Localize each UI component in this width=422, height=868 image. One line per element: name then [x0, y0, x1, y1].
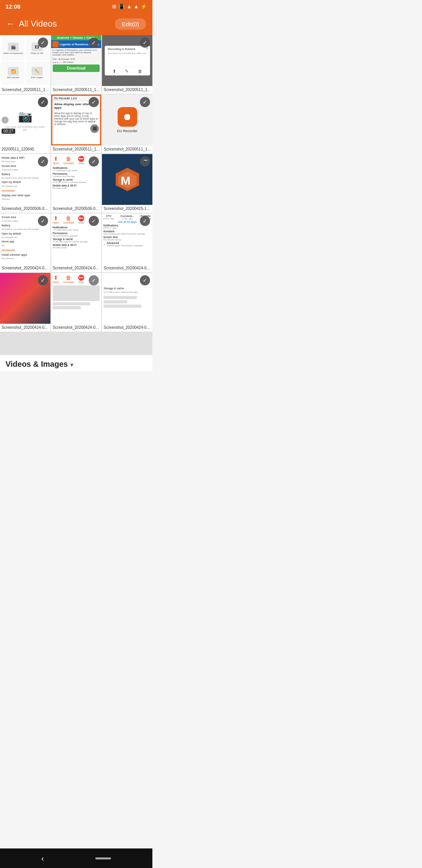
item-label: 20200511_120645: [0, 145, 50, 153]
placeholder-content: [53, 285, 100, 301]
du-recorder-label: DU Recorder: [117, 129, 138, 133]
item-label: Screenshot_20200424-0...: [51, 264, 102, 272]
thumbnail: ⬆ Open 🗑 Uninstall ⛔ Stop: [51, 273, 102, 324]
open-button-3[interactable]: ⬆ Open: [53, 274, 59, 283]
item-label: Screenshot_20200511_1...: [102, 86, 152, 94]
grid-item[interactable]: 🎬 Video compression 🎞 Video to GIF 📶 Wif…: [0, 35, 50, 94]
check-icon: ✓: [91, 158, 96, 165]
item-label: Screenshot_20200425-1...: [102, 205, 152, 213]
status-icons: ⊞ 📳 ▲ ▲ ⚡: [112, 4, 147, 9]
check-icon: ✓: [91, 277, 96, 283]
grid-item[interactable]: Storage & cache 6.12 MB used in internal…: [102, 273, 152, 332]
status-bar: 12:08 ⊞ 📳 ▲ ▲ ⚡: [0, 0, 152, 13]
check-icon: ✓: [91, 218, 96, 224]
select-checkbox[interactable]: ✓: [38, 156, 48, 167]
item-label: Screenshot_20200511_1...: [0, 86, 50, 94]
check-icon: ✓: [143, 277, 147, 283]
video-compression-icon: 🎬: [8, 43, 19, 51]
signal-icon: ⊞: [112, 4, 116, 9]
grid-item[interactable]: DU Recorder 1.6.0 Allow display over oth…: [51, 95, 102, 153]
edit-images-icon: ✏️: [32, 67, 43, 75]
grid-item[interactable]: Mobile data & WiFi No data used Screen t…: [0, 154, 50, 213]
open-button-2[interactable]: ⬆ Open: [53, 215, 59, 224]
check-icon: ✓: [91, 39, 96, 46]
header-left: ← All Videos: [6, 19, 57, 29]
back-button[interactable]: ←: [6, 19, 15, 29]
home-indicator[interactable]: [95, 857, 111, 859]
header: ← All Videos Edit(0): [0, 13, 152, 35]
check-icon: ✓: [143, 99, 147, 105]
item-label: Screenshot_20200511_1...: [51, 86, 102, 94]
item-label: Screenshot_20200506-0...: [0, 205, 50, 213]
thumbnail: ✓: [0, 273, 50, 324]
uninstall-button-3[interactable]: 🗑 Uninstall: [63, 274, 74, 283]
stop-app-button-3[interactable]: ⛔ Stop: [78, 274, 84, 283]
item-label: Screenshot_20200511_1...: [51, 145, 102, 153]
select-checkbox[interactable]: ✓: [38, 216, 48, 226]
grid-item[interactable]: ✕ Recording is finished. You have not re…: [102, 35, 152, 94]
thumbnail: M ✓ 📷: [102, 154, 152, 205]
grid-item[interactable]: VTV 0 min. ago Cuevana... 1 min. ago For…: [102, 213, 152, 272]
grid-item[interactable]: Screen time 4 minutes today Battery No b…: [0, 213, 50, 272]
thumbnail: DU Recorder 1.6.0 Allow display over oth…: [51, 95, 102, 145]
uninstall-button[interactable]: 🗑 Uninstall: [63, 156, 74, 165]
select-checkbox[interactable]: ✓: [140, 275, 150, 285]
tool-wifi: 📶 Wifi transfer: [2, 61, 25, 84]
thumbnail: 📷 You have not recorded any video yet. 0…: [0, 95, 50, 145]
check-icon: ✓: [41, 277, 45, 283]
scroll-left-button[interactable]: ‹: [2, 117, 9, 124]
grid-item[interactable]: ⬆ Open 🗑 Uninstall ⛔ Stop Notifications …: [51, 213, 102, 272]
stop-app-button[interactable]: ⛔ Stop: [78, 156, 84, 165]
edit-button[interactable]: Edit(0): [115, 18, 146, 30]
select-checkbox[interactable]: ✓: [38, 275, 48, 285]
grid-item[interactable]: ✓ Screenshot_20200424-0...: [0, 273, 50, 332]
thumbnail: 🎬 Video compression 🎞 Video to GIF 📶 Wif…: [0, 35, 50, 86]
grid-item[interactable]: ⏺ DU Recorder ✓ Screenshot_20200511_1...: [102, 95, 152, 153]
select-checkbox[interactable]: ✓: [140, 216, 150, 226]
select-checkbox[interactable]: ✓: [140, 97, 150, 107]
check-icon: ✓: [41, 218, 45, 224]
no-video-icon: 📷: [18, 109, 32, 123]
grid-item[interactable]: M ✓ 📷 Screenshot_20200425-1...: [102, 154, 152, 213]
svg-text:M: M: [121, 174, 131, 187]
select-checkbox[interactable]: ✓: [38, 97, 48, 107]
check-icon: ✓: [143, 218, 147, 224]
grid-item[interactable]: ⬆ Open 🗑 Uninstall ⛔ Stop: [51, 273, 102, 332]
mailchimp-logo: M: [114, 166, 141, 193]
wifi-icon: ▲: [127, 4, 132, 9]
stop-app-button-2[interactable]: ⛔ Stop: [78, 215, 84, 224]
wifi-transfer-icon: 📶: [8, 67, 19, 75]
thumbnail: ✕ Recording is finished. You have not re…: [102, 35, 152, 86]
network-icon: ▲: [134, 4, 139, 9]
back-nav-button[interactable]: ‹: [41, 854, 44, 863]
thumbnail: Mobile data & WiFi No data used Screen t…: [0, 154, 50, 205]
uninstall-button-2[interactable]: 🗑 Uninstall: [63, 215, 74, 224]
item-label: Screenshot_20200424-0...: [0, 264, 50, 272]
check-icon: ✓: [41, 99, 45, 105]
thumbnail: ⏺ DU Recorder ✓: [102, 95, 152, 145]
item-label: Screenshot_20200424-0...: [102, 264, 152, 272]
thumbnail: ⬆ Open 🗑 Uninstall ⛔ Stop Notifications …: [51, 213, 102, 264]
section-label: Videos & Images ▾: [0, 355, 152, 371]
navigation-bar: ‹: [0, 848, 152, 868]
thumbnail: VTV 0 min. ago Cuevana... 1 min. ago For…: [102, 213, 152, 264]
thumbnail: Android > Games > Cards Legends of Runet…: [51, 35, 102, 86]
du-recorder-icon: ⏺: [118, 107, 137, 127]
tool-video-compression: 🎬 Video compression: [2, 37, 25, 60]
grid-item[interactable]: ⬆ Open 🗑 Uninstall ⛔ Stop Notifications …: [51, 154, 102, 213]
check-icon: ✓: [41, 158, 45, 165]
item-label: Screenshot_20200511_1...: [102, 145, 152, 153]
select-checkbox[interactable]: ✓: [140, 38, 150, 48]
open-button[interactable]: ⬆ Open: [53, 156, 59, 165]
video-grid: 🎬 Video compression 🎞 Video to GIF 📶 Wif…: [0, 35, 152, 355]
placeholder-line: [53, 302, 91, 305]
thumbnail: Storage & cache 6.12 MB used in internal…: [102, 273, 152, 324]
thumbnail: ⬆ Open 🗑 Uninstall ⛔ Stop Notifications …: [51, 154, 102, 205]
grid-item[interactable]: Android > Games > Cards Legends of Runet…: [51, 35, 102, 94]
battery-icon: ⚡: [141, 4, 147, 9]
select-checkbox[interactable]: ✓: [38, 38, 48, 48]
permission-app-version: DU Recorder 1.6.0: [54, 97, 77, 100]
camera-icon: 📷: [141, 156, 150, 165]
grid-item[interactable]: 📷 You have not recorded any video yet. 0…: [0, 95, 50, 153]
thumbnail: Screen time 4 minutes today Battery No b…: [0, 213, 50, 264]
